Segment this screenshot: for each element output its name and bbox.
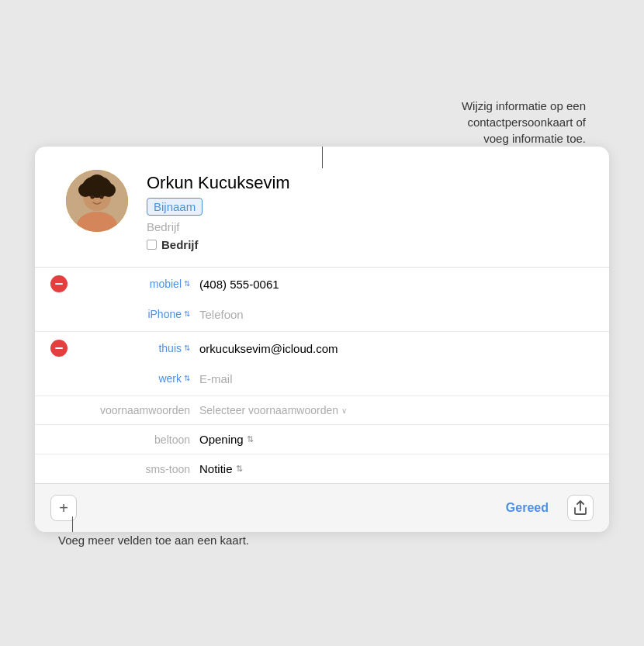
phone-placeholder-2[interactable]: Telefoon (199, 308, 594, 321)
phone-group: mobiel ⇅ (408) 555-0061 iPhone ⇅ Telefoo… (35, 268, 609, 332)
phone-type-label-1[interactable]: mobiel ⇅ (75, 278, 190, 290)
ringtone-row: beltoon Opening ⇅ (35, 425, 609, 454)
profile-info: Orkun Kucuksevim Bijnaam Bedrijf Bedrijf (147, 170, 578, 251)
sms-label: sms-toon (50, 463, 199, 475)
phone-value-1[interactable]: (408) 555-0061 (199, 278, 594, 291)
callout-line-top (322, 147, 323, 168)
email-row-2: werk ⇅ E-mail (35, 364, 609, 396)
email-placeholder-2[interactable]: E-mail (199, 372, 594, 385)
phone-label-col-1: mobiel ⇅ (75, 278, 199, 290)
share-icon (573, 500, 587, 516)
ringtone-label: beltoon (50, 434, 199, 446)
delete-email-button[interactable] (50, 340, 68, 357)
delete-phone-button[interactable] (50, 275, 68, 292)
email-stepper-icon-2: ⇅ (184, 375, 190, 382)
phone-row-1: mobiel ⇅ (408) 555-0061 (35, 268, 609, 300)
sms-value[interactable]: Notitie ⇅ (199, 462, 243, 475)
ringtone-stepper-icon: ⇅ (247, 434, 254, 444)
footer-right: Gereed (497, 495, 594, 521)
avatar (66, 170, 128, 232)
phone-row-2: iPhone ⇅ Telefoon (35, 300, 609, 331)
share-button[interactable] (567, 495, 594, 521)
email-label-col-1: thuis ⇅ (75, 342, 199, 354)
phone-stepper-icon-2: ⇅ (184, 310, 190, 318)
phone-type-label-2[interactable]: iPhone ⇅ (75, 308, 190, 320)
pronoun-row: voornaamwoorden Selecteer voornaamwoorde… (35, 396, 609, 425)
pronoun-select[interactable]: Selecteer voornaamwoorden ∨ (199, 404, 347, 416)
email-value-1[interactable]: orkucuksevim@icloud.com (199, 342, 594, 355)
contact-name: Orkun Kucuksevim (147, 173, 578, 193)
annotation-bottom: Voeg meer velden toe aan een kaart. (35, 532, 609, 548)
pronoun-chevron-icon: ∨ (341, 406, 347, 415)
svg-point-8 (99, 180, 110, 191)
pronoun-label: voornaamwoorden (50, 404, 199, 416)
svg-point-9 (91, 195, 95, 199)
email-group: thuis ⇅ orkucuksevim@icloud.com werk ⇅ E… (35, 332, 609, 396)
company-placeholder[interactable]: Bedrijf (147, 220, 578, 233)
email-type-label-2[interactable]: werk ⇅ (75, 372, 190, 385)
fields-section: mobiel ⇅ (408) 555-0061 iPhone ⇅ Telefoo… (35, 268, 609, 483)
company-checkbox[interactable] (147, 240, 157, 250)
sms-stepper-icon: ⇅ (236, 464, 243, 474)
phone-stepper-icon-1: ⇅ (184, 280, 190, 288)
callout-line-bottom (72, 516, 73, 532)
footer: + Gereed (35, 483, 609, 532)
nickname-field[interactable]: Bijnaam (147, 198, 203, 216)
annotation-top: Wijzig informatie op een contactpersoonk… (35, 98, 609, 147)
company-checkbox-row: Bedrijf (147, 238, 578, 251)
company-label: Bedrijf (161, 238, 199, 251)
svg-point-7 (84, 180, 95, 191)
sms-row: sms-toon Notitie ⇅ (35, 454, 609, 483)
email-type-label-1[interactable]: thuis ⇅ (75, 342, 190, 354)
email-row-1: thuis ⇅ orkucuksevim@icloud.com (35, 332, 609, 364)
phone-label-col-2: iPhone ⇅ (75, 308, 199, 320)
email-stepper-icon-1: ⇅ (184, 344, 190, 352)
ringtone-value[interactable]: Opening ⇅ (199, 433, 254, 446)
svg-point-10 (100, 195, 104, 199)
done-button[interactable]: Gereed (497, 496, 558, 520)
email-label-col-2: werk ⇅ (75, 372, 199, 385)
contact-card: Orkun Kucuksevim Bijnaam Bedrijf Bedrijf… (35, 147, 609, 532)
